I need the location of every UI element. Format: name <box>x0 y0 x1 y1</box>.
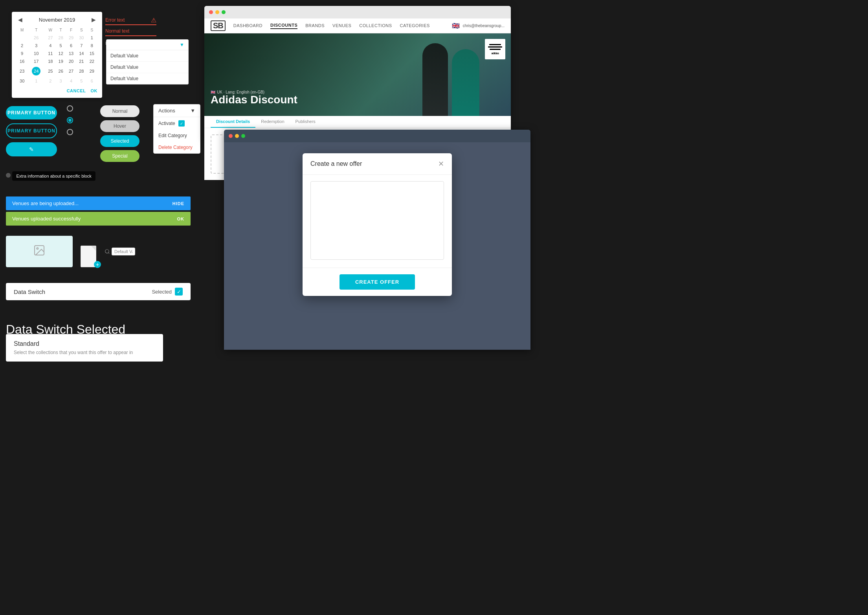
calendar-cancel-button[interactable]: CANCEL <box>67 88 86 93</box>
tl-yellow-1[interactable] <box>215 10 219 14</box>
form-normal-input[interactable] <box>105 27 156 36</box>
cal-day[interactable]: 19 <box>56 58 65 65</box>
dropdown-item-1[interactable]: Default Value <box>106 50 188 62</box>
cal-day[interactable]: 4 <box>66 77 76 84</box>
cal-day[interactable]: 29 <box>66 34 76 41</box>
cal-day[interactable]: 28 <box>56 34 65 41</box>
actions-edit-item[interactable]: Edit Category <box>154 130 200 141</box>
cal-day[interactable]: 1 <box>28 77 45 84</box>
form-error-input[interactable] <box>105 16 156 25</box>
cal-day[interactable]: 8 <box>87 42 97 49</box>
cal-day[interactable]: 11 <box>46 50 55 57</box>
radio-item-3[interactable] <box>67 129 76 135</box>
radio-item-1[interactable] <box>67 105 76 112</box>
cal-day[interactable]: 30 <box>17 77 27 84</box>
tl-red-2[interactable] <box>229 134 233 138</box>
dropdown-widget: ▼ Default Value Default Value Default Va… <box>106 39 189 84</box>
calendar-ok-button[interactable]: OK <box>91 88 98 93</box>
upload-search-input[interactable] <box>112 248 135 255</box>
primary-button[interactable]: PRIMARY BUTTON <box>6 106 57 119</box>
hide-button[interactable]: HIDE <box>172 201 184 206</box>
ok-button[interactable]: OK <box>177 217 185 221</box>
cal-day[interactable]: 13 <box>66 50 76 57</box>
cal-day[interactable]: 27 <box>66 66 76 77</box>
cal-day[interactable]: 3 <box>56 77 65 84</box>
cal-day[interactable]: 30 <box>77 34 86 41</box>
cal-day[interactable]: 5 <box>77 77 86 84</box>
modal-close-button[interactable]: ✕ <box>438 160 444 168</box>
cal-day[interactable]: 21 <box>77 58 86 65</box>
tl-red-1[interactable] <box>209 10 213 14</box>
cal-day[interactable]: 29 <box>87 66 97 77</box>
tab-discount-details[interactable]: Discount Details <box>211 116 255 128</box>
cal-day[interactable]: 22 <box>87 58 97 65</box>
cal-day[interactable]: 26 <box>56 66 65 77</box>
cal-day[interactable]: 6 <box>87 77 97 84</box>
cal-day[interactable]: 20 <box>66 58 76 65</box>
cal-day[interactable]: 14 <box>77 50 86 57</box>
cal-day[interactable]: 3 <box>28 42 45 49</box>
data-switch-row[interactable]: Data Switch Selected ✓ <box>6 283 191 300</box>
browser-chrome-2 <box>224 130 530 142</box>
cal-day-today[interactable]: 24 <box>28 66 45 77</box>
actions-label: Actions <box>158 108 175 114</box>
nav-collections[interactable]: COLLECTIONS <box>359 23 392 29</box>
cal-day[interactable]: 18 <box>46 58 55 65</box>
tab-redemption[interactable]: Redemption <box>255 116 290 128</box>
primary-outline-button[interactable]: PRIMARY BUTTON <box>6 123 57 138</box>
state-normal-button[interactable]: Normal <box>100 105 139 117</box>
tooltip-toggle[interactable] <box>6 173 11 178</box>
nav-discounts[interactable]: DISCOUNTS <box>270 23 297 29</box>
actions-delete-item[interactable]: Delete Category <box>154 141 200 153</box>
cal-day[interactable]: 9 <box>17 50 27 57</box>
nav-brands[interactable]: BRANDS <box>305 23 325 29</box>
actions-header[interactable]: Actions ▼ <box>154 105 200 117</box>
cal-day[interactable]: 7 <box>77 42 86 49</box>
cal-day[interactable]: 23 <box>17 66 27 77</box>
radio-circle-3 <box>67 129 73 135</box>
actions-activate-item[interactable]: Activate ✓ <box>154 117 200 130</box>
cal-day[interactable]: 15 <box>87 50 97 57</box>
cal-day[interactable]: 28 <box>77 66 86 77</box>
nav-categories[interactable]: CATEGORIES <box>400 23 430 29</box>
cal-day[interactable]: 10 <box>28 50 45 57</box>
icon-button[interactable]: ✎ <box>6 142 57 156</box>
dropdown-item-2[interactable]: Default Value <box>106 62 188 73</box>
cal-day[interactable]: 1 <box>87 34 97 41</box>
cal-day[interactable]: 6 <box>66 42 76 49</box>
cal-day[interactable]: 27 <box>46 34 55 41</box>
prev-month-button[interactable]: ◀ <box>17 17 24 23</box>
cal-day[interactable]: 2 <box>46 77 55 84</box>
dropdown-header[interactable]: ▼ <box>106 40 188 50</box>
upload-area[interactable] <box>6 236 73 267</box>
offer-textarea[interactable] <box>310 181 444 260</box>
file-upload-item[interactable]: + <box>77 236 100 267</box>
tl-green-2[interactable] <box>241 134 245 138</box>
activate-check-icon: ✓ <box>178 120 185 127</box>
tl-yellow-2[interactable] <box>235 134 239 138</box>
tab-publishers[interactable]: Publishers <box>290 116 321 128</box>
state-selected-button[interactable]: Selected <box>100 135 139 147</box>
cal-day[interactable] <box>17 34 27 41</box>
next-month-button[interactable]: ▶ <box>90 17 97 23</box>
nav-dashboard[interactable]: DASHBOARD <box>233 23 262 29</box>
dropdown-item-3[interactable]: Default Value <box>106 73 188 84</box>
state-hover-button[interactable]: Hover <box>100 120 139 132</box>
cal-day[interactable]: 2 <box>17 42 27 49</box>
cal-day[interactable]: 17 <box>28 58 45 65</box>
switch-checkmark-icon: ✓ <box>175 288 183 296</box>
nav-venues[interactable]: VENUES <box>332 23 351 29</box>
cal-day[interactable]: 12 <box>56 50 65 57</box>
tl-green-1[interactable] <box>222 10 226 14</box>
radio-item-2[interactable] <box>67 117 76 123</box>
cal-day[interactable]: 4 <box>46 42 55 49</box>
cal-day[interactable]: 26 <box>28 34 45 41</box>
state-special-button[interactable]: Special <box>100 150 139 162</box>
calendar-month-year: November 2019 <box>39 17 75 23</box>
create-offer-button[interactable]: CREATE OFFER <box>339 274 415 290</box>
cal-day[interactable]: 16 <box>17 58 27 65</box>
cal-day[interactable]: 25 <box>46 66 55 77</box>
browser-tabs: Discount Details Redemption Publishers <box>204 116 511 128</box>
cal-day[interactable]: 5 <box>56 42 65 49</box>
svg-point-1 <box>37 248 38 249</box>
